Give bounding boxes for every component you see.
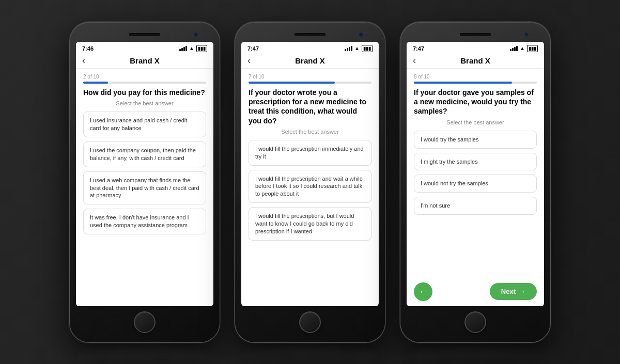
phone-3-bottom xyxy=(407,306,544,336)
phone-2-progress-label: 7 of 10 xyxy=(249,74,371,80)
phone-1-time: 7:46 xyxy=(82,45,94,52)
phone-1-answer-3[interactable]: It was free. I don't have insurance and … xyxy=(83,209,206,234)
phone-3-next-button[interactable]: Next → xyxy=(490,283,537,300)
phone-3-time: 7:47 xyxy=(413,45,424,52)
phone-1-signal xyxy=(179,46,187,51)
phone-1-speaker xyxy=(129,33,160,36)
phone-2-battery-icon: ▮▮▮ xyxy=(362,45,373,53)
phone-3-top-bar xyxy=(407,28,544,41)
phone-2-nav-title: Brand X xyxy=(295,56,325,65)
phone-3-progress-bar-fill xyxy=(414,82,512,84)
back-arrow-icon: ← xyxy=(419,287,427,296)
phone-2-top-bar xyxy=(241,28,379,41)
phone-2-progress-bar-bg xyxy=(249,82,371,84)
phone-3-progress-section: 8 of 10 xyxy=(414,74,537,84)
phone-1-bottom xyxy=(76,306,213,336)
phone-1-status-bar: 7:46 ▲ ▮▮▮ xyxy=(76,42,213,55)
phone-1-progress-bar-fill xyxy=(83,82,108,84)
phone-1-home-button[interactable] xyxy=(134,311,156,333)
phone-2-camera xyxy=(359,33,363,37)
phone-1-status-icons: ▲ ▮▮▮ xyxy=(179,45,207,53)
phone-2-question: If your doctor wrote you a prescription … xyxy=(249,88,371,125)
phone-3-progress-label: 8 of 10 xyxy=(414,74,537,80)
phone-3-home-button[interactable] xyxy=(464,311,486,333)
phone-1-question: How did you pay for this medicine? xyxy=(83,88,206,97)
phone-3-answer-3[interactable]: I'm not sure xyxy=(414,197,537,215)
phone-2: 7:47 ▲ ▮▮▮ ‹ Brand X 7 of 10 xyxy=(235,22,385,342)
phone-3-answer-0[interactable]: I would try the samples xyxy=(414,131,537,149)
phone-2-status-bar: 7:47 ▲ ▮▮▮ xyxy=(241,42,379,55)
phone-1-select-label: Select the best answer xyxy=(83,100,206,106)
phone-3-status-bar: 7:47 ▲ ▮▮▮ xyxy=(407,42,544,55)
phone-1-wifi-icon: ▲ xyxy=(189,45,194,51)
phone-1-progress-bar-bg xyxy=(83,82,206,84)
phone-3-status-icons: ▲ ▮▮▮ xyxy=(510,45,538,53)
phone-3-screen: 7:47 ▲ ▮▮▮ ‹ Brand X 8 of 10 xyxy=(407,42,544,306)
phone-1-camera xyxy=(194,33,198,37)
phone-1-answer-0[interactable]: I used insurance and paid cash / credit … xyxy=(83,112,206,137)
phone-1-answer-2[interactable]: I used a web company that finds me the b… xyxy=(83,171,206,205)
phone-3: 7:47 ▲ ▮▮▮ ‹ Brand X 8 of 10 xyxy=(400,22,550,342)
phone-1-top-bar xyxy=(76,28,213,41)
phone-2-progress-bar-fill xyxy=(249,82,335,84)
phone-1-screen: 7:46 ▲ ▮▮▮ ‹ Brand X 2 of 10 xyxy=(76,42,213,306)
phone-2-status-icons: ▲ ▮▮▮ xyxy=(345,45,373,53)
phone-1-nav-title: Brand X xyxy=(130,56,160,65)
phone-1-back-button[interactable]: ‹ xyxy=(82,55,85,66)
phone-2-speaker xyxy=(295,33,326,36)
phone-1: 7:46 ▲ ▮▮▮ ‹ Brand X 2 of 10 xyxy=(70,22,220,342)
phone-2-answer-0[interactable]: I would fill the prescription immediatel… xyxy=(249,140,371,166)
phone-2-screen: 7:47 ▲ ▮▮▮ ‹ Brand X 7 of 10 xyxy=(241,42,379,306)
phone-3-back-nav-button[interactable]: ← xyxy=(414,282,432,301)
phone-3-signal xyxy=(510,46,518,51)
phone-3-battery-icon: ▮▮▮ xyxy=(527,45,538,53)
phone-3-question: If your doctor gave you samples of a new… xyxy=(414,88,537,116)
phone-1-progress-section: 2 of 10 xyxy=(83,74,206,84)
phone-1-answer-1[interactable]: I used the company coupon, then paid the… xyxy=(83,141,206,167)
phone-3-nav: ‹ Brand X xyxy=(407,54,544,69)
phone-3-progress-bar-bg xyxy=(414,82,537,84)
phone-3-wifi-icon: ▲ xyxy=(520,45,525,51)
next-arrow-icon: → xyxy=(519,288,525,295)
phone-3-select-label: Select the best answer xyxy=(414,119,537,125)
phone-3-answer-1[interactable]: I might try the samples xyxy=(414,153,537,171)
phone-2-time: 7:47 xyxy=(247,45,259,52)
phone-2-progress-section: 7 of 10 xyxy=(249,74,371,84)
phone-3-back-button[interactable]: ‹ xyxy=(413,55,416,66)
phone-2-select-label: Select the best answer xyxy=(249,129,371,135)
phone-1-battery-icon: ▮▮▮ xyxy=(196,45,207,53)
phone-1-content: 2 of 10 How did you pay for this medicin… xyxy=(76,69,213,306)
phone-2-content: 7 of 10 If your doctor wrote you a presc… xyxy=(241,69,379,306)
phone-2-answer-2[interactable]: I would fill the prescriptions, but I wo… xyxy=(249,207,371,241)
phone-3-speaker xyxy=(460,33,491,36)
phone-2-signal xyxy=(345,46,352,51)
phone-3-answer-2[interactable]: I would not try the samples xyxy=(414,175,537,193)
phone-2-home-button[interactable] xyxy=(299,311,321,333)
phone-2-wifi-icon: ▲ xyxy=(354,45,360,51)
phone-1-progress-label: 2 of 10 xyxy=(83,74,206,80)
phone-2-answer-1[interactable]: I would fill the prescription and wait a… xyxy=(249,170,371,203)
phone-1-nav: ‹ Brand X xyxy=(76,54,213,69)
phone-3-content: 8 of 10 If your doctor gave you samples … xyxy=(407,69,544,278)
phone-3-bottom-nav: ← Next → xyxy=(407,278,544,306)
next-button-label: Next xyxy=(501,288,516,295)
phone-2-bottom xyxy=(241,306,379,336)
phone-2-nav: ‹ Brand X xyxy=(241,54,379,69)
phone-2-back-button[interactable]: ‹ xyxy=(247,55,251,66)
phone-3-nav-title: Brand X xyxy=(460,56,490,65)
phone-3-camera xyxy=(524,33,529,37)
